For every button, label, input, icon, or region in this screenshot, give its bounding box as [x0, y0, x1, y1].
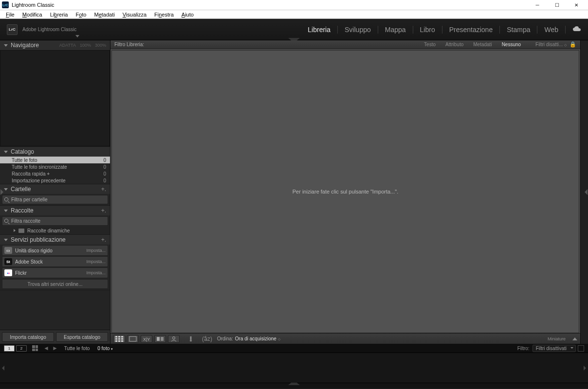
filmstrip-right-icon[interactable] — [584, 366, 586, 371]
chevron-right-icon — [14, 229, 16, 232]
svg-point-13 — [173, 336, 175, 339]
source-label[interactable]: Tutte le foto — [64, 346, 90, 351]
catalog-row[interactable]: Tutte le foto sincronizzate0 — [0, 163, 110, 170]
module-sviluppo[interactable]: Sviluppo — [338, 26, 378, 34]
search-icon — [4, 219, 9, 224]
filter-tab-testo[interactable]: Testo — [419, 42, 441, 47]
menu-libreria[interactable]: Libreria — [46, 12, 72, 18]
filter-lock-icon[interactable]: 🔒 — [570, 41, 576, 48]
filters-off-dropdown[interactable]: Filtri disatti... ◇ — [535, 42, 567, 47]
cloud-sync-icon[interactable] — [566, 26, 581, 33]
menu-finestra[interactable]: Finestra — [150, 12, 178, 18]
export-button[interactable]: Esporta catalogo — [56, 332, 108, 342]
compare-view-button[interactable]: X|Y — [141, 335, 152, 343]
lrc-logo-icon: LrC — [7, 24, 18, 35]
grid-shortcut-icon[interactable] — [32, 345, 38, 351]
grid-view-button[interactable] — [113, 335, 125, 343]
sort-direction-icon[interactable]: (a͋z) — [202, 336, 212, 342]
nav-zoom-300%[interactable]: 300% — [95, 43, 106, 48]
catalog-row[interactable]: Tutte le foto0 — [0, 157, 110, 163]
setup-link[interactable]: Imposta... — [86, 270, 106, 275]
publish-service-st[interactable]: StAdobe StockImposta... — [2, 256, 108, 267]
module-mappa[interactable]: Mappa — [378, 26, 413, 34]
add-publish-icon[interactable]: +. — [101, 236, 106, 243]
painter-tool-icon[interactable] — [187, 335, 194, 343]
find-more-services-button[interactable]: Trova altri servizi online... — [2, 279, 108, 289]
people-view-button[interactable] — [168, 335, 180, 343]
navigator-header[interactable]: Navigatore ADATTA100%300% — [0, 40, 110, 50]
disclosure-triangle-icon — [4, 188, 8, 191]
publish-service-hdd[interactable]: ▭Unità disco rigidoImposta... — [2, 245, 108, 256]
photo-count[interactable]: 0 foto ▾ — [97, 346, 113, 351]
menu-foto[interactable]: Foto — [72, 12, 90, 18]
module-presentazione[interactable]: Presentazione — [442, 26, 500, 34]
import-export-row: Importa catalogo Esporta catalogo — [0, 330, 110, 344]
sort-label: Ordina: — [217, 336, 233, 341]
nav-zoom-100%[interactable]: 100% — [80, 43, 91, 48]
minimize-button[interactable]: ─ — [528, 0, 547, 10]
filter-tab-attributo[interactable]: Attributo — [441, 42, 468, 47]
secondary-monitor-button[interactable]: 2 — [16, 345, 27, 352]
filmstrip-header: 1 2 ◄ ► Tutte le foto 0 foto ▾ Filtro: F… — [0, 344, 588, 353]
toolbar-menu-icon[interactable] — [572, 337, 577, 340]
collection-filter-input[interactable]: Filtra raccolte — [2, 216, 108, 226]
collections-panel: Raccolte +. Filtra raccolte Raccolte din… — [0, 206, 110, 235]
folders-panel: Cartelle +. Filtra per cartelle — [0, 184, 110, 206]
hdd-icon: ▭ — [4, 247, 12, 254]
publish-service-fl[interactable]: ••FlickrImposta... — [2, 267, 108, 278]
publish-header[interactable]: Servizi pubblicazione +. — [0, 235, 110, 245]
menu-visualizza[interactable]: Visualizza — [119, 12, 150, 18]
primary-monitor-button[interactable]: 1 — [4, 345, 15, 352]
module-web[interactable]: Web — [537, 26, 566, 34]
add-collection-icon[interactable]: +. — [101, 207, 106, 214]
loupe-view-button[interactable] — [127, 335, 139, 343]
nav-back-icon[interactable]: ◄ — [43, 345, 49, 352]
bottom-filter-label: Filtro: — [517, 346, 530, 351]
folders-header[interactable]: Cartelle +. — [0, 184, 110, 194]
filter-tab-nessuno[interactable]: Nessuno — [497, 42, 526, 47]
right-panel-toggle-icon[interactable] — [585, 189, 588, 195]
catalog-panel: Catalogo Tutte le foto0Tutte le foto sin… — [0, 147, 110, 184]
add-folder-icon[interactable]: +. — [101, 186, 106, 193]
filter-switch-icon[interactable] — [578, 345, 584, 352]
menu-modifica[interactable]: Modifica — [18, 12, 46, 18]
survey-view-button[interactable] — [154, 335, 166, 343]
menu-metadati[interactable]: Metadati — [90, 12, 118, 18]
catalog-row[interactable]: Importazione precedente0 — [0, 177, 110, 184]
library-filter-bar: Filtro Libreria: TestoAttributoMetadatiN… — [110, 40, 580, 49]
nav-zoom-adatta[interactable]: ADATTA — [59, 43, 76, 48]
menu-file[interactable]: File — [2, 12, 18, 18]
svg-rect-6 — [115, 340, 117, 342]
setup-link[interactable]: Imposta... — [86, 259, 106, 264]
sort-value-dropdown[interactable]: Ora di acquisizione ◇ — [235, 336, 280, 341]
menu-aiuto[interactable]: Aiuto — [178, 12, 198, 18]
nav-forward-icon[interactable]: ► — [52, 345, 58, 352]
module-stampa[interactable]: Stampa — [500, 26, 537, 34]
bottom-filter-dropdown[interactable]: Filtri disattivati — [533, 345, 576, 352]
brand-label[interactable]: Adobe Lightroom Classic — [22, 27, 76, 32]
import-button[interactable]: Importa catalogo — [2, 332, 54, 342]
collections-header[interactable]: Raccolte +. — [0, 206, 110, 215]
filmstrip-left-icon[interactable] — [2, 366, 4, 371]
navigator-panel: Navigatore ADATTA100%300% — [0, 40, 110, 147]
svg-rect-2 — [121, 336, 123, 337]
close-button[interactable]: ✕ — [567, 0, 586, 10]
filmstrip[interactable] — [0, 353, 588, 383]
filter-tab-metadati[interactable]: Metadati — [468, 42, 496, 47]
smart-collections-row[interactable]: Raccolte dinamiche — [0, 227, 110, 234]
svg-rect-7 — [118, 340, 120, 342]
maximize-button[interactable]: ☐ — [547, 0, 567, 10]
setup-link[interactable]: Imposta... — [86, 248, 106, 253]
st-icon: St — [4, 258, 12, 265]
folder-filter-input[interactable]: Filtra per cartelle — [2, 195, 108, 204]
navigator-preview[interactable] — [0, 50, 110, 146]
module-libro[interactable]: Libro — [413, 26, 442, 34]
catalog-row[interactable]: Raccolta rapida +0 — [0, 170, 110, 177]
disclosure-triangle-icon — [4, 239, 8, 241]
filmstrip-collapse-handle[interactable] — [288, 383, 300, 385]
left-panel-toggle-icon[interactable] — [0, 189, 3, 195]
module-libreria[interactable]: Libreria — [301, 26, 338, 34]
catalog-header[interactable]: Catalogo — [0, 147, 110, 157]
svg-rect-1 — [118, 336, 120, 337]
grid-canvas[interactable]: Per iniziare fate clic sul pulsante "Imp… — [111, 50, 579, 333]
